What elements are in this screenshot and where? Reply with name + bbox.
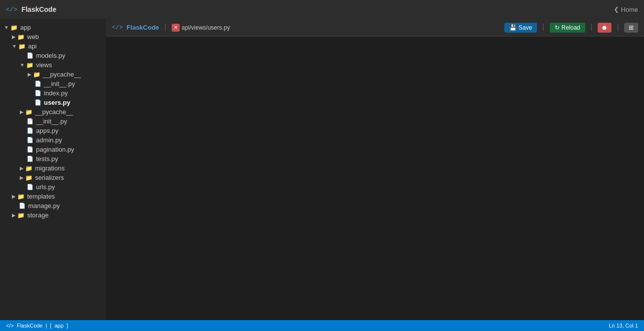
sidebar-item-label: views [36, 61, 52, 69]
file-icon: 📄 [27, 156, 34, 162]
sidebar-item-label: admin.py [36, 136, 62, 144]
editor-area: </> FlaskCode | ✕ api/views/users.py 💾 S… [106, 19, 644, 320]
sidebar-item-models-py[interactable]: 📄 models.py [0, 51, 106, 60]
topbar: </> FlaskCode ❮ Home [0, 0, 644, 19]
editor-filepath: ✕ api/views/users.py [172, 24, 230, 32]
sidebar-item-manage-py[interactable]: 📄 manage.py [0, 201, 106, 210]
sidebar-item-views[interactable]: ▼ 📁 views [0, 60, 106, 70]
sidebar-item-label: index.py [44, 89, 68, 97]
topbar-right: ❮ Home [614, 6, 638, 13]
record-icon: ⏺ [602, 24, 607, 31]
sidebar-item-users-py[interactable]: 📄 users.py [0, 98, 106, 107]
sidebar-item-index-py[interactable]: 📄 index.py [0, 88, 106, 98]
folder-icon: 📁 [17, 193, 25, 200]
statusbar-folder: app [54, 323, 63, 329]
code-content[interactable] [128, 37, 644, 320]
sidebar-item-app[interactable]: ▼ 📁 app [0, 23, 106, 32]
folder-icon: 📁 [17, 34, 25, 41]
expand-arrow-icon: ▼ [4, 25, 9, 30]
file-icon: 📄 [27, 137, 34, 143]
home-arrow-icon: ❮ [614, 6, 619, 13]
toolbar-separator: | [163, 23, 168, 32]
record-button[interactable]: ⏺ [598, 23, 611, 33]
folder-icon: 📁 [10, 24, 18, 31]
folder-icon: 📁 [17, 212, 25, 219]
code-editor[interactable] [106, 37, 644, 320]
app-title: FlaskCode [21, 5, 56, 13]
sidebar-item-init-views[interactable]: 📄 __init__.py [0, 79, 106, 88]
editor-toolbar-right: 💾 Save | ↻ Reload | ⏺ | ⊞ [504, 23, 638, 33]
sidebar-item-label: web [27, 33, 39, 41]
file-icon: 📄 [27, 146, 34, 153]
sidebar-item-migrations[interactable]: ▶ 📁 migrations [0, 164, 106, 173]
line-numbers [106, 37, 128, 320]
filepath-text: api/views/users.py [182, 24, 230, 31]
editor-toolbar: </> FlaskCode | ✕ api/views/users.py 💾 S… [106, 19, 644, 37]
sidebar-item-label: tests.py [36, 155, 58, 163]
sidebar-item-label: __init__.py [36, 118, 67, 125]
folder-icon: 📁 [26, 62, 34, 69]
editor-code-icon: </> [112, 24, 123, 31]
home-link[interactable]: ❮ Home [614, 6, 638, 13]
save-label: Save [519, 24, 532, 31]
expand-arrow-icon: ▶ [12, 212, 16, 218]
statusbar-left: </>FlaskCode|[ app ] [6, 323, 68, 329]
sidebar-item-web[interactable]: ▶ 📁 web [0, 32, 106, 41]
folder-icon: 📁 [33, 71, 40, 78]
sidebar-item-label: __pycache__ [35, 108, 73, 116]
sidebar-item-tests-py[interactable]: 📄 tests.py [0, 154, 106, 164]
sidebar-item-urls-py[interactable]: 📄 urls.py [0, 182, 106, 192]
toolbar-divider: | [540, 23, 547, 32]
expand-arrow-icon: ▼ [20, 62, 25, 68]
sidebar-item-label: api [28, 42, 37, 50]
statusbar-position: Ln 13, Col 1 [609, 323, 638, 329]
statusbar: </>FlaskCode|[ app ] Ln 13, Col 1 [0, 320, 644, 331]
editor-toolbar-left: </> FlaskCode | ✕ api/views/users.py [112, 23, 500, 32]
sidebar-item-templates[interactable]: ▶ 📁 templates [0, 192, 106, 201]
sidebar-item-storage[interactable]: ▶ 📁 storage [0, 210, 106, 220]
home-label: Home [621, 6, 638, 13]
file-icon: 📄 [35, 90, 41, 96]
expand-arrow-icon: ▶ [12, 194, 16, 199]
sidebar-item-pycache-api[interactable]: ▶ 📁 __pycache__ [0, 107, 106, 117]
statusbar-code-icon: </> [6, 323, 14, 329]
sidebar-item-api[interactable]: ▼ 📁 api [0, 41, 106, 51]
expand-arrow-icon: ▶ [20, 166, 24, 171]
expand-arrow-icon: ▶ [12, 34, 16, 40]
sidebar-item-label: storage [27, 211, 48, 219]
file-icon: 📄 [27, 52, 34, 59]
statusbar-folder-icon: [ [50, 323, 51, 329]
grid-button[interactable]: ⊞ [624, 23, 638, 33]
topbar-left: </> FlaskCode [6, 5, 56, 13]
sidebar-item-label: serializers [35, 174, 64, 181]
filepath-close-icon[interactable]: ✕ [172, 24, 180, 32]
save-button[interactable]: 💾 Save [504, 23, 537, 33]
statusbar-right: Ln 13, Col 1 [609, 323, 638, 329]
sidebar-item-label: app [20, 24, 31, 31]
sidebar-item-label: templates [27, 193, 55, 200]
toolbar-divider: | [614, 23, 621, 32]
sidebar-item-label: urls.py [36, 183, 55, 191]
sidebar-item-serializers[interactable]: ▶ 📁 serializers [0, 173, 106, 182]
reload-icon: ↻ [555, 24, 560, 31]
statusbar-separator: | [45, 323, 47, 329]
sidebar-item-label: migrations [35, 165, 65, 172]
folder-icon: 📁 [25, 174, 33, 181]
file-icon: 📄 [27, 118, 34, 124]
editor-brand: FlaskCode [127, 24, 159, 31]
sidebar-item-admin-py[interactable]: 📄 admin.py [0, 135, 106, 145]
sidebar-item-pagination-py[interactable]: 📄 pagination.py [0, 145, 106, 154]
sidebar-item-label: __pycache__ [43, 71, 81, 78]
expand-arrow-icon: ▶ [20, 175, 24, 180]
sidebar-item-pycache-views[interactable]: ▶ 📁 __pycache__ [0, 70, 106, 79]
folder-icon: 📁 [25, 165, 33, 172]
main: ▼ 📁 app ▶ 📁 web ▼ 📁 api 📄 models.py ▼ 📁 … [0, 19, 644, 320]
sidebar-item-label: pagination.py [36, 146, 74, 153]
file-icon: 📄 [27, 184, 34, 190]
sidebar-item-label: manage.py [28, 202, 60, 209]
folder-icon: 📁 [25, 109, 33, 116]
sidebar-item-apps-py[interactable]: 📄 apps.py [0, 126, 106, 135]
reload-button[interactable]: ↻ Reload [550, 23, 585, 33]
sidebar-item-init-api[interactable]: 📄 __init__.py [0, 117, 106, 126]
file-icon: 📄 [27, 127, 34, 134]
